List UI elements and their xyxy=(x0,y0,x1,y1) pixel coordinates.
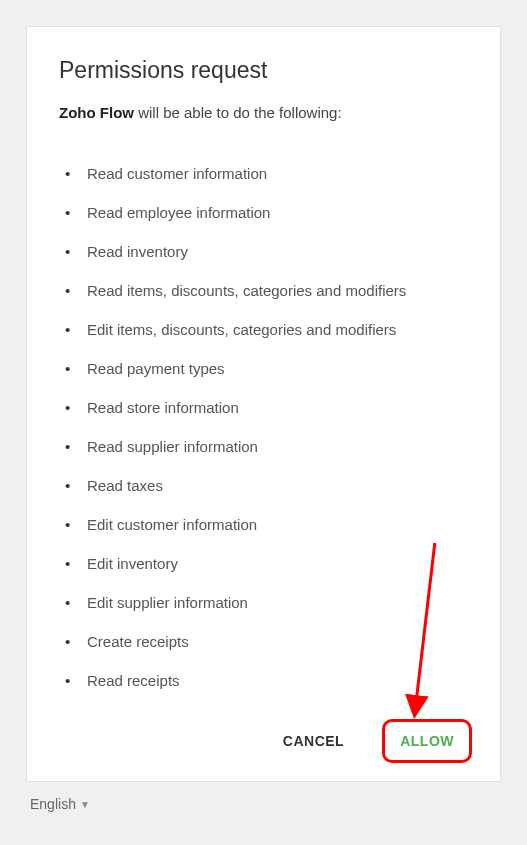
list-item: Edit customer information xyxy=(65,514,468,535)
chevron-down-icon: ▼ xyxy=(80,799,90,810)
list-item: Read store information xyxy=(65,397,468,418)
list-item: Read items, discounts, categories and mo… xyxy=(65,280,468,301)
dialog-actions: CANCEL ALLOW xyxy=(59,723,468,759)
language-selector[interactable]: English ▼ xyxy=(30,796,90,812)
list-item: Read taxes xyxy=(65,475,468,496)
cancel-button[interactable]: CANCEL xyxy=(269,723,358,759)
list-item: Edit inventory xyxy=(65,553,468,574)
list-item: Edit items, discounts, categories and mo… xyxy=(65,319,468,340)
list-item: Read receipts xyxy=(65,670,468,691)
app-name: Zoho Flow xyxy=(59,104,134,121)
list-item: Read payment types xyxy=(65,358,468,379)
language-label: English xyxy=(30,796,76,812)
dialog-intro: Zoho Flow will be able to do the followi… xyxy=(59,104,468,121)
list-item: Read employee information xyxy=(65,202,468,223)
permissions-list: Read customer informationRead employee i… xyxy=(59,163,468,691)
list-item: Read inventory xyxy=(65,241,468,262)
allow-button[interactable]: ALLOW xyxy=(386,723,468,759)
dialog-title: Permissions request xyxy=(59,57,468,84)
list-item: Create receipts xyxy=(65,631,468,652)
list-item: Read supplier information xyxy=(65,436,468,457)
intro-suffix: will be able to do the following: xyxy=(134,104,342,121)
list-item: Edit supplier information xyxy=(65,592,468,613)
list-item: Read customer information xyxy=(65,163,468,184)
permissions-dialog: Permissions request Zoho Flow will be ab… xyxy=(26,26,501,782)
